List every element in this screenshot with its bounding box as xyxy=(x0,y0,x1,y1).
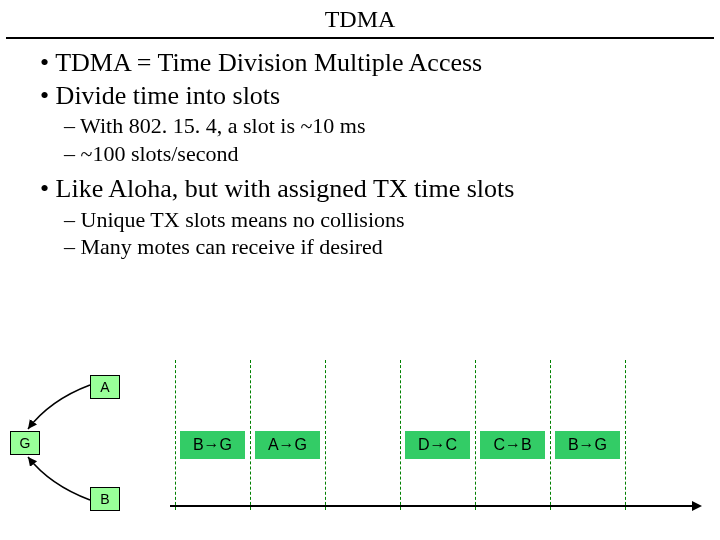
node-b: B xyxy=(90,487,120,511)
tx-slot: D→C xyxy=(405,431,470,459)
sub-bullet-item: Many motes can receive if desired xyxy=(64,233,694,261)
bullet-item: TDMA = Time Division Multiple Access xyxy=(40,47,694,80)
tx-slot: A→G xyxy=(255,431,320,459)
node-g: G xyxy=(10,431,40,455)
slot-tick xyxy=(475,360,476,510)
tdma-diagram: A G B B→G A→G D→C C→B B→G xyxy=(0,355,720,535)
slot-tick xyxy=(175,360,176,510)
bullet-list: TDMA = Time Division Multiple Access Div… xyxy=(26,47,694,112)
slot-tick xyxy=(625,360,626,510)
slot-tick xyxy=(550,360,551,510)
slide-content: TDMA = Time Division Multiple Access Div… xyxy=(0,47,720,261)
sub-bullet-item: ~100 slots/second xyxy=(64,140,694,168)
time-axis xyxy=(170,505,700,507)
slide-title: TDMA xyxy=(0,0,720,37)
node-a: A xyxy=(90,375,120,399)
sub-bullet-item: With 802. 15. 4, a slot is ~10 ms xyxy=(64,112,694,140)
tx-slot: B→G xyxy=(555,431,620,459)
bullet-item: Divide time into slots xyxy=(40,80,694,113)
bullet-list: Like Aloha, but with assigned TX time sl… xyxy=(26,173,694,206)
title-underline xyxy=(6,37,714,39)
bullet-item: Like Aloha, but with assigned TX time sl… xyxy=(40,173,694,206)
tx-slot: C→B xyxy=(480,431,545,459)
tx-slot: B→G xyxy=(180,431,245,459)
sub-bullet-item: Unique TX slots means no collisions xyxy=(64,206,694,234)
sub-bullet-list: With 802. 15. 4, a slot is ~10 ms ~100 s… xyxy=(26,112,694,167)
slot-tick xyxy=(325,360,326,510)
sub-bullet-list: Unique TX slots means no collisions Many… xyxy=(26,206,694,261)
slot-tick xyxy=(400,360,401,510)
slot-tick xyxy=(250,360,251,510)
